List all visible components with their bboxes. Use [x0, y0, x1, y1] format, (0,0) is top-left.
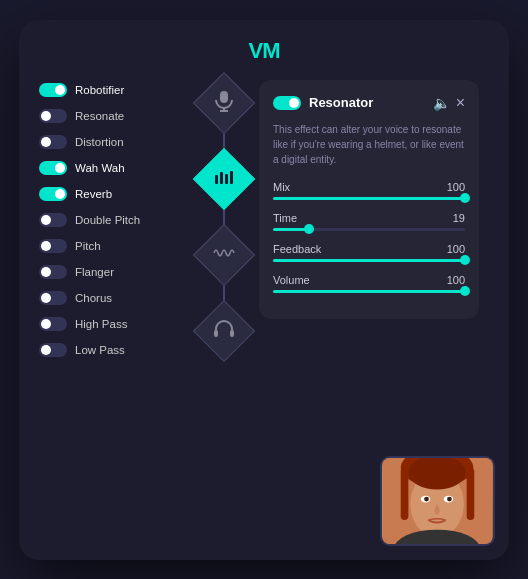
- wave-icon: [213, 246, 235, 264]
- slider-time-value: 19: [441, 212, 465, 224]
- label-wah-wah: Wah Wah: [75, 162, 125, 174]
- app-logo: VM: [249, 38, 280, 64]
- toggle-double-pitch[interactable]: [39, 213, 67, 227]
- chain-node-headphones[interactable]: [193, 299, 255, 361]
- toggle-distortion[interactable]: [39, 135, 67, 149]
- slider-feedback-row: Feedback 100: [273, 243, 465, 255]
- label-resonate: Resonate: [75, 110, 124, 122]
- label-pitch: Pitch: [75, 240, 101, 252]
- slider-mix-row: Mix 100: [273, 181, 465, 193]
- slider-feedback-track[interactable]: [273, 259, 465, 262]
- webcam-box: [380, 456, 495, 546]
- svg-point-17: [424, 496, 429, 501]
- slider-time-row: Time 19: [273, 212, 465, 224]
- svg-rect-7: [214, 330, 218, 337]
- app-container: VM Robotifier Resonate Distortion Wah Wa…: [19, 20, 509, 560]
- slider-volume: Volume 100: [273, 274, 465, 293]
- headphones-icon: [214, 320, 234, 342]
- svg-rect-12: [467, 467, 475, 520]
- slider-feedback-value: 100: [441, 243, 465, 255]
- slider-volume-label: Volume: [273, 274, 310, 286]
- svg-rect-3: [215, 175, 218, 184]
- label-low-pass: Low Pass: [75, 344, 125, 356]
- toggle-wah-wah[interactable]: [39, 161, 67, 175]
- toggle-reverb[interactable]: [39, 187, 67, 201]
- panel-header: Resonator 🔈 ×: [273, 94, 465, 112]
- sidebar-item-flanger[interactable]: Flanger: [39, 262, 189, 282]
- sidebar-item-pitch[interactable]: Pitch: [39, 236, 189, 256]
- toggle-flanger[interactable]: [39, 265, 67, 279]
- speaker-icon[interactable]: 🔈: [433, 95, 450, 111]
- label-high-pass: High Pass: [75, 318, 127, 330]
- sidebar-item-chorus[interactable]: Chorus: [39, 288, 189, 308]
- sidebar-item-wah-wah[interactable]: Wah Wah: [39, 158, 189, 178]
- slider-volume-track[interactable]: [273, 290, 465, 293]
- panel-title-group: Resonator: [273, 95, 373, 110]
- slider-time: Time 19: [273, 212, 465, 231]
- sidebar-item-resonate[interactable]: Resonate: [39, 106, 189, 126]
- svg-rect-5: [225, 174, 228, 184]
- toggle-chorus[interactable]: [39, 291, 67, 305]
- slider-feedback: Feedback 100: [273, 243, 465, 262]
- svg-rect-8: [230, 330, 234, 337]
- slider-volume-row: Volume 100: [273, 274, 465, 286]
- slider-time-label: Time: [273, 212, 297, 224]
- panel-description: This effect can alter your voice to reso…: [273, 122, 465, 167]
- svg-rect-11: [401, 467, 409, 520]
- sidebar-item-reverb[interactable]: Reverb: [39, 184, 189, 204]
- sidebar: Robotifier Resonate Distortion Wah Wah R…: [39, 80, 189, 360]
- effect-panel: Resonator 🔈 × This effect can alter your…: [259, 80, 479, 319]
- sidebar-item-low-pass[interactable]: Low Pass: [39, 340, 189, 360]
- toggle-high-pass[interactable]: [39, 317, 67, 331]
- close-icon[interactable]: ×: [456, 94, 465, 112]
- slider-volume-value: 100: [441, 274, 465, 286]
- slider-mix: Mix 100: [273, 181, 465, 200]
- svg-rect-4: [220, 172, 223, 184]
- svg-rect-6: [230, 171, 233, 184]
- chain-node-eq[interactable]: [193, 147, 255, 209]
- svg-rect-0: [220, 91, 228, 103]
- slider-mix-track[interactable]: [273, 197, 465, 200]
- panel-icons: 🔈 ×: [433, 94, 465, 112]
- eq-icon: [214, 170, 234, 188]
- sidebar-item-double-pitch[interactable]: Double Pitch: [39, 210, 189, 230]
- toggle-robotifier[interactable]: [39, 83, 67, 97]
- sidebar-item-distortion[interactable]: Distortion: [39, 132, 189, 152]
- chain-column: [194, 75, 254, 359]
- slider-feedback-label: Feedback: [273, 243, 321, 255]
- panel-enable-toggle[interactable]: [273, 96, 301, 110]
- label-distortion: Distortion: [75, 136, 124, 148]
- chain-node-mic[interactable]: [193, 71, 255, 133]
- label-double-pitch: Double Pitch: [75, 214, 140, 226]
- label-reverb: Reverb: [75, 188, 112, 200]
- slider-mix-label: Mix: [273, 181, 290, 193]
- slider-time-track[interactable]: [273, 228, 465, 231]
- mic-icon: [215, 90, 233, 116]
- webcam-face: [382, 458, 493, 544]
- sidebar-item-high-pass[interactable]: High Pass: [39, 314, 189, 334]
- toggle-pitch[interactable]: [39, 239, 67, 253]
- label-flanger: Flanger: [75, 266, 114, 278]
- toggle-low-pass[interactable]: [39, 343, 67, 357]
- label-robotifier: Robotifier: [75, 84, 124, 96]
- slider-mix-value: 100: [441, 181, 465, 193]
- label-chorus: Chorus: [75, 292, 112, 304]
- chain-node-wave[interactable]: [193, 223, 255, 285]
- toggle-resonate[interactable]: [39, 109, 67, 123]
- sidebar-item-robotifier[interactable]: Robotifier: [39, 80, 189, 100]
- svg-point-18: [447, 496, 452, 501]
- panel-title: Resonator: [309, 95, 373, 110]
